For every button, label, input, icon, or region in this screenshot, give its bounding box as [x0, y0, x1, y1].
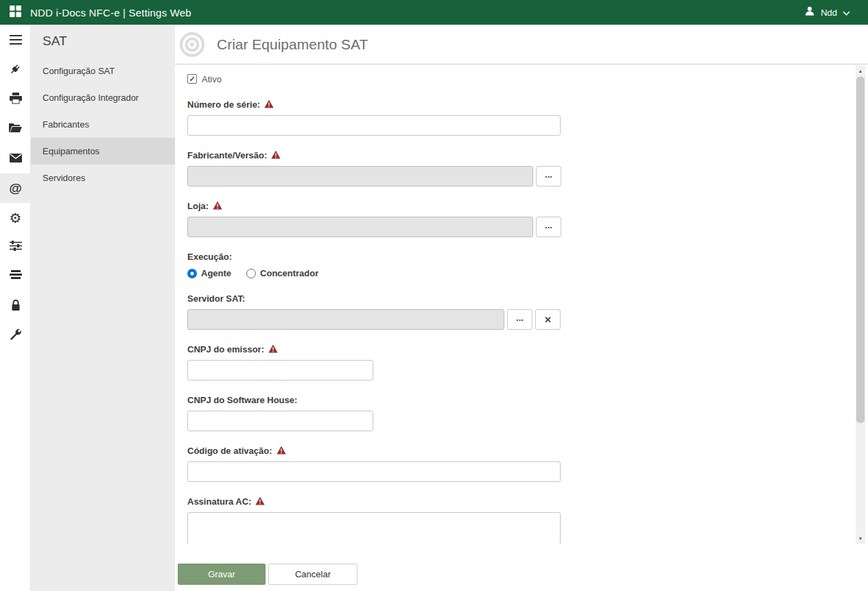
- rail-item-stack[interactable]: [0, 262, 31, 291]
- sidebar-items: Configuração SAT Configuração Integrador…: [31, 58, 175, 191]
- warning-icon: [277, 446, 286, 455]
- sidebar-item-equipamentos[interactable]: Equipamentos: [31, 138, 175, 165]
- warning-icon: [268, 344, 278, 353]
- grid-icon: [10, 5, 21, 20]
- app-title: NDD i-Docs NFC-e | Settings Web: [30, 7, 191, 19]
- sidebar: SAT Configuração SAT Configuração Integr…: [31, 25, 175, 591]
- sidebar-item-label: Configuração Integrador: [43, 93, 139, 103]
- radio-concentrador[interactable]: Concentrador: [246, 268, 318, 278]
- cnpj-software-house-label: CNPJ do Software House:: [187, 395, 297, 405]
- warning-icon: [264, 99, 274, 108]
- rail-item-tools[interactable]: [0, 321, 31, 350]
- gear-icon: ⚙: [10, 211, 22, 225]
- codigo-ativacao-label: Código de ativação:: [187, 446, 272, 456]
- rail-item-plug[interactable]: [0, 56, 31, 85]
- loja-input: [187, 217, 533, 237]
- ellipsis-icon: ...: [516, 313, 524, 322]
- servidor-clear-button[interactable]: ✕: [535, 309, 561, 330]
- rail-item-folder[interactable]: [0, 114, 31, 144]
- form-scrollbar[interactable]: ▲ ▼: [856, 65, 865, 544]
- cnpj-emissor-input[interactable]: [187, 360, 373, 381]
- ellipsis-icon: ...: [545, 221, 552, 230]
- chevron-down-icon: [843, 6, 850, 19]
- numero-serie-label: Número de série:: [187, 99, 260, 110]
- sliders-icon: [10, 240, 22, 254]
- app-launcher-button[interactable]: [0, 0, 30, 25]
- ativo-label: Ativo: [202, 74, 222, 84]
- warning-icon: [255, 496, 265, 505]
- numero-serie-input[interactable]: [187, 115, 561, 136]
- servidor-browse-button[interactable]: ...: [507, 309, 532, 330]
- radio-concentrador-label: Concentrador: [260, 268, 318, 278]
- rail-item-security[interactable]: [0, 291, 31, 321]
- field-servidor-sat: Servidor SAT: ... ✕: [187, 293, 854, 330]
- loja-label: Loja:: [187, 201, 209, 211]
- warning-icon: [213, 201, 222, 210]
- close-icon: ✕: [544, 315, 552, 324]
- field-fabricante-versao: Fabricante/Versão: ...: [187, 149, 854, 186]
- rail-item-settings[interactable]: ⚙: [0, 203, 31, 232]
- form-actions: Gravar Cancelar: [178, 564, 357, 585]
- field-codigo-ativacao: Código de ativação:: [187, 445, 854, 482]
- spiral-icon: [176, 30, 208, 62]
- icon-rail: @ ⚙: [0, 25, 31, 591]
- ativo-checkbox-row[interactable]: Ativo: [187, 73, 249, 85]
- fabricante-browse-button[interactable]: ...: [536, 166, 561, 186]
- cnpj-emissor-label: CNPJ do emissor:: [187, 344, 264, 354]
- sidebar-title: SAT: [31, 25, 175, 49]
- at-icon: @: [9, 181, 22, 196]
- servidor-sat-input: [187, 309, 504, 330]
- rail-item-mail[interactable]: [0, 144, 31, 173]
- sidebar-item-label: Servidores: [43, 173, 85, 183]
- printer-icon: [10, 93, 22, 107]
- form-area: Ativo Número de série: Fabricante/Versão…: [175, 65, 854, 544]
- rail-item-printer[interactable]: [0, 85, 31, 114]
- sidebar-item-configuracao-sat[interactable]: Configuração SAT: [31, 58, 175, 84]
- warning-icon: [271, 150, 281, 159]
- field-execucao: Execução: Agente Concentrador: [187, 251, 854, 279]
- rail-item-preferences[interactable]: [0, 232, 31, 262]
- scrollbar-thumb[interactable]: [856, 77, 865, 423]
- scroll-up-arrow-icon[interactable]: ▲: [856, 66, 865, 75]
- scroll-down-arrow-icon[interactable]: ▼: [856, 533, 865, 543]
- topbar: NDD i-Docs NFC-e | Settings Web Ndd: [0, 0, 868, 25]
- field-numero-serie: Número de série:: [187, 99, 854, 136]
- sidebar-item-servidores[interactable]: Servidores: [31, 165, 175, 191]
- plug-icon: [9, 62, 22, 78]
- radio-selected-icon[interactable]: [187, 269, 197, 278]
- menu-icon: [10, 35, 22, 47]
- user-menu[interactable]: Ndd: [804, 0, 850, 25]
- user-icon: [804, 5, 815, 19]
- execucao-label: Execução:: [187, 252, 232, 262]
- sidebar-item-label: Equipamentos: [43, 146, 99, 156]
- servidor-sat-label: Servidor SAT:: [187, 293, 245, 304]
- cancel-button[interactable]: Cancelar: [268, 564, 357, 585]
- mail-icon: [10, 153, 22, 165]
- user-name: Ndd: [821, 8, 837, 18]
- codigo-ativacao-input[interactable]: [187, 461, 561, 482]
- radio-agente[interactable]: Agente: [187, 268, 231, 278]
- page-header: Criar Equipamento SAT: [175, 25, 868, 64]
- sidebar-item-configuracao-integrador[interactable]: Configuração Integrador: [31, 84, 175, 111]
- folder-icon: [9, 123, 22, 136]
- radio-unselected-icon[interactable]: [246, 269, 256, 278]
- page-title: Criar Equipamento SAT: [217, 36, 368, 53]
- loja-browse-button[interactable]: ...: [536, 217, 561, 237]
- sidebar-item-label: Configuração SAT: [43, 66, 115, 76]
- lock-icon: [10, 299, 21, 314]
- field-cnpj-emissor: CNPJ do emissor:: [187, 343, 854, 381]
- sidebar-item-label: Fabricantes: [43, 119, 89, 130]
- assinatura-ac-textarea[interactable]: [187, 512, 561, 544]
- ellipsis-icon: ...: [545, 170, 552, 179]
- sidebar-item-fabricantes[interactable]: Fabricantes: [31, 111, 175, 138]
- checkbox-checked-icon[interactable]: [187, 74, 197, 84]
- field-assinatura-ac: Assinatura AC:: [187, 496, 854, 544]
- rail-item-menu[interactable]: [0, 26, 31, 56]
- assinatura-ac-label: Assinatura AC:: [187, 496, 251, 507]
- rail-item-at[interactable]: @: [0, 173, 31, 203]
- save-button[interactable]: Gravar: [178, 564, 266, 585]
- cnpj-software-house-input[interactable]: [187, 411, 373, 431]
- field-loja: Loja: ...: [187, 200, 854, 237]
- wrench-icon: [10, 328, 22, 343]
- fabricante-versao-input: [187, 166, 533, 186]
